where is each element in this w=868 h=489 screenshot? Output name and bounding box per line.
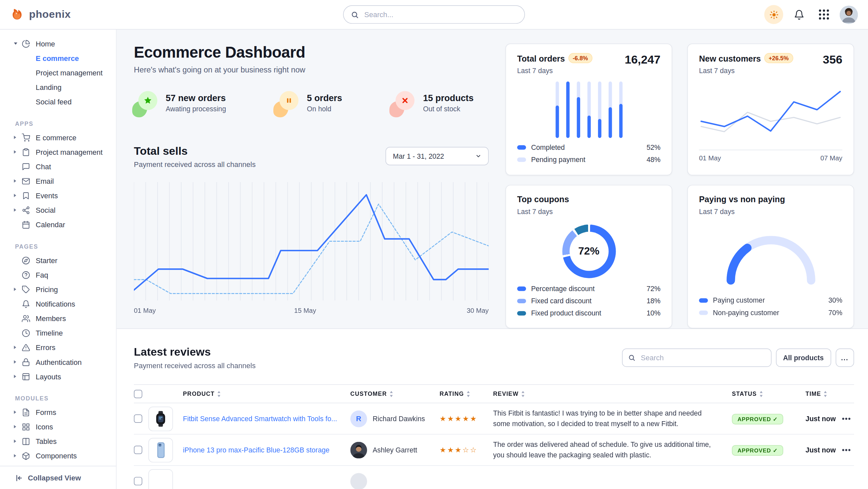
navbar-search[interactable] [343, 5, 525, 24]
legend-row-pending-payment: Pending payment48% [517, 153, 660, 166]
sidebar-item-project-management[interactable]: Project management [0, 145, 116, 159]
column-header-time[interactable]: TIME [806, 391, 839, 397]
order-stats: 57 new ordersAwating processing5 ordersO… [134, 91, 489, 114]
reviews-menu-button[interactable]: ... [835, 348, 854, 367]
theme-toggle-button[interactable] [765, 5, 783, 24]
reviews-search[interactable] [622, 348, 772, 367]
date-range-value: Mar 1 - 31, 2022 [393, 152, 444, 160]
trend-badge: +26.5% [764, 53, 793, 63]
select-all-checkbox[interactable] [134, 390, 142, 398]
total-sells-subtitle: Payment received across all channels [134, 161, 255, 169]
stat-15-products: 15 productsOut of stock [391, 91, 473, 114]
compass-icon [22, 256, 31, 265]
sidebar-item-components[interactable]: Components [0, 449, 116, 463]
column-header-status[interactable]: STATUS [732, 391, 806, 397]
sidebar-item-icons[interactable]: Icons [0, 420, 116, 434]
product-link[interactable]: Fitbit Sense Advanced Smartwatch with To… [183, 414, 350, 423]
sidebar-item-chat[interactable]: Chat [0, 159, 116, 174]
sidebar-item-timeline[interactable]: Timeline [0, 326, 116, 340]
review-text: The order was delivered ahead of schedul… [493, 439, 732, 460]
legend-chip [699, 311, 708, 315]
notifications-button[interactable] [789, 5, 808, 24]
paying-vs-non-paying-card: Paying vs non paying Last 7 days Paying … [687, 185, 854, 328]
pause-icon [275, 91, 298, 114]
product-thumbnail[interactable] [148, 469, 173, 489]
sidebar-item-label: Chat [36, 162, 51, 171]
column-header-review[interactable]: REVIEW [493, 391, 732, 397]
sidebar-item-label: Events [36, 191, 58, 200]
brand-logo[interactable]: phoenix [10, 7, 71, 22]
sidebar-item-forms[interactable]: Forms [0, 405, 116, 420]
sidebar-item-social[interactable]: Social [0, 203, 116, 217]
search-icon [351, 10, 359, 19]
lock-icon [22, 357, 31, 366]
caret-right-icon [14, 425, 21, 428]
legend-label: Fixed product discount [531, 310, 601, 317]
sidebar-item-starter[interactable]: Starter [0, 253, 116, 267]
sidebar-item-home[interactable]: Home [0, 36, 116, 51]
legend-value: 18% [647, 297, 660, 305]
sidebar-item-label: Components [36, 452, 77, 460]
row-menu-button[interactable]: ••• [839, 414, 854, 423]
order-bar [598, 82, 601, 138]
review-text: This Fitbit is fantastic! I was trying t… [493, 408, 732, 429]
sidebar-item-layouts[interactable]: Layouts [0, 369, 116, 384]
product-thumbnail[interactable] [148, 438, 173, 462]
sidebar-item-e-commerce[interactable]: E commerce [0, 130, 116, 145]
sidebar-item-e-commerce[interactable]: E commerce [0, 51, 116, 65]
row-checkbox[interactable] [134, 414, 142, 423]
column-header-rating[interactable]: RATING [439, 391, 493, 397]
search-input[interactable] [363, 10, 517, 20]
collapsed-view-toggle[interactable]: Collapsed View [0, 466, 116, 489]
sidebar-item-faq[interactable]: Faq [0, 267, 116, 282]
order-bar [577, 82, 580, 138]
sidebar-item-label: Starter [36, 256, 58, 264]
total-orders-legend: Completed52%Pending payment48% [517, 141, 660, 166]
column-header-customer[interactable]: CUSTOMER [350, 391, 439, 397]
order-bar [619, 82, 622, 138]
sidebar-item-notifications[interactable]: Notifications [0, 297, 116, 311]
stat-subtitle: Out of stock [423, 105, 474, 113]
bell-icon [794, 9, 804, 20]
date-range-select[interactable]: Mar 1 - 31, 2022 [385, 147, 489, 165]
product-thumbnail[interactable] [148, 406, 173, 431]
sidebar-item-project-management[interactable]: Project management [0, 65, 116, 80]
sidebar-item-label: Social [36, 206, 56, 214]
order-bar [609, 82, 612, 138]
legend-row-non-paying-customer: Non-paying customer70% [699, 307, 842, 319]
sidebar-item-authentication[interactable]: Authentication [0, 355, 116, 369]
total-orders-card: Total orders-6.8% Last 7 days 16,247 Com… [505, 44, 672, 175]
sidebar-item-errors[interactable]: Errors [0, 340, 116, 355]
stat-subtitle: Awating processing [166, 105, 226, 113]
product-link[interactable]: iPhone 13 pro max-Pacific Blue-128GB sto… [183, 446, 350, 454]
sidebar-item-tables[interactable]: Tables [0, 434, 116, 449]
sidebar-item-label: Faq [36, 271, 48, 279]
sidebar-item-landing[interactable]: Landing [0, 80, 116, 94]
top-navbar: phoenix [0, 0, 868, 30]
sidebar-item-pricing[interactable]: Pricing [0, 282, 116, 297]
chat-icon [22, 162, 31, 171]
legend-value: 10% [647, 310, 660, 317]
reviews-search-input[interactable] [640, 353, 765, 363]
all-products-button[interactable]: All products [776, 348, 831, 367]
sidebar-item-social-feed[interactable]: Social feed [0, 94, 116, 109]
row-checkbox[interactable] [134, 445, 142, 454]
sidebar-item-members[interactable]: Members [0, 311, 116, 326]
sidebar-item-email[interactable]: Email [0, 174, 116, 188]
legend-row-percentage-discount: Percentage discount72% [517, 283, 660, 295]
collapse-sidebar-icon [15, 474, 23, 482]
stat-title: 5 orders [307, 93, 342, 103]
status-badge: APPROVED ✓ [732, 445, 783, 455]
row-menu-button[interactable]: ••• [839, 445, 854, 454]
apps-grid-icon [819, 9, 829, 20]
rating-stars: ★★★☆☆ [439, 445, 493, 454]
row-checkbox[interactable] [134, 477, 142, 485]
sidebar-item-calendar[interactable]: Calendar [0, 217, 116, 232]
search-icon [628, 354, 635, 361]
paying-gauge-chart [699, 227, 842, 285]
legend-value: 52% [647, 144, 660, 151]
sidebar-item-events[interactable]: Events [0, 189, 116, 203]
user-avatar-button[interactable] [840, 5, 858, 24]
apps-grid-button[interactable] [814, 5, 834, 24]
column-header-product[interactable]: PRODUCT [183, 391, 350, 397]
